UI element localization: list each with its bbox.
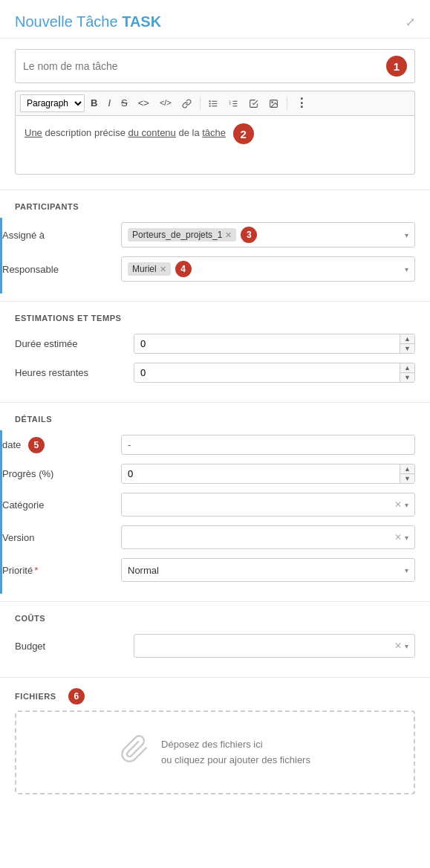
upload-line1: Déposez des fichiers ici: [161, 737, 310, 753]
category-select[interactable]: ✕ ▾: [121, 493, 415, 516]
couts-header: COÛTS: [0, 602, 430, 629]
progress-input-wrapper: ▲ ▼: [121, 464, 415, 484]
priority-value: Normal: [128, 565, 405, 576]
budget-select[interactable]: ✕ ▾: [134, 634, 415, 658]
responsible-remove[interactable]: ✕: [160, 265, 166, 274]
fichiers-badge: 6: [68, 688, 85, 705]
version-chevron: ▾: [405, 534, 408, 542]
priority-control: Normal ▾: [121, 558, 415, 582]
responsible-value: Muriel: [132, 264, 157, 274]
category-control: ✕ ▾: [121, 493, 415, 516]
estimations-form: Durée estimée ▲ ▼ Heures restantes ▲: [0, 329, 430, 395]
responsible-select[interactable]: Muriel ✕ 4 ▾: [121, 256, 415, 282]
assigned-remove[interactable]: ✕: [225, 230, 232, 240]
budget-chevron: ▾: [405, 642, 408, 650]
date-row: date 5: [2, 430, 415, 459]
duration-input[interactable]: [134, 334, 400, 353]
details-form: date 5 Progrès (%) ▲ ▼ Catégorie: [0, 430, 430, 594]
version-label: Version: [2, 532, 121, 543]
file-upload-area[interactable]: Déposez des fichiers ici ou cliquez pour…: [15, 710, 415, 794]
date-input[interactable]: [121, 435, 415, 455]
progress-label: Progrès (%): [2, 468, 121, 479]
priority-label: Priorité: [2, 565, 33, 576]
priority-chevron: ▾: [405, 566, 408, 574]
remaining-control: ▲ ▼: [134, 363, 415, 383]
file-upload-icon: [120, 734, 149, 771]
remaining-down[interactable]: ▼: [400, 373, 414, 382]
progress-input[interactable]: [122, 464, 400, 483]
priority-label-wrapper: Priorité*: [2, 565, 121, 576]
progress-spinners: ▲ ▼: [400, 464, 414, 483]
list-ol-button[interactable]: 1.2.: [224, 94, 243, 112]
image-button[interactable]: [264, 94, 283, 112]
assigned-label: Assigné à: [2, 230, 121, 241]
priority-required: *: [34, 565, 38, 576]
duration-control: ▲ ▼: [134, 334, 415, 354]
budget-label: Budget: [15, 641, 134, 652]
duration-label: Durée estimée: [15, 338, 134, 349]
assigned-arrows: ▾: [400, 231, 408, 239]
version-select[interactable]: ✕ ▾: [121, 525, 415, 549]
assigned-value: Porteurs_de_projets_1: [132, 230, 222, 240]
editor-section: Paragraph B I S <> </> 1.2.: [0, 91, 430, 182]
editor-toolbar: Paragraph B I S <> </> 1.2.: [15, 91, 415, 115]
assigned-control: Porteurs_de_projets_1 ✕ 3 ▾: [121, 222, 415, 247]
progress-up[interactable]: ▲: [400, 464, 414, 474]
participants-title: PARTICIPANTS: [15, 202, 79, 211]
task-name-input[interactable]: [23, 60, 380, 72]
budget-clear[interactable]: ✕: [394, 641, 402, 651]
progress-row: Progrès (%) ▲ ▼: [2, 459, 415, 488]
couts-form: Budget ✕ ▾: [0, 629, 430, 670]
toolbar-divider-2: [287, 97, 287, 110]
svg-point-12: [272, 101, 273, 103]
details-title: DÉTAILS: [15, 415, 52, 424]
paragraph-select[interactable]: Paragraph: [20, 94, 85, 112]
upload-line2: ou cliquez pour ajouter des fichiers: [161, 753, 310, 768]
remaining-row: Heures restantes ▲ ▼: [15, 358, 415, 387]
task-name-wrapper: 1: [15, 49, 415, 83]
duration-row: Durée estimée ▲ ▼: [15, 329, 415, 358]
remaining-input[interactable]: [134, 363, 400, 382]
responsible-label: Responsable: [2, 264, 121, 275]
priority-select[interactable]: Normal ▾: [121, 558, 415, 582]
inline-code-button[interactable]: </>: [155, 94, 176, 112]
duration-up[interactable]: ▲: [400, 334, 414, 344]
responsible-chevron: ▾: [405, 265, 408, 273]
bold-button[interactable]: B: [86, 94, 102, 112]
assigned-select[interactable]: Porteurs_de_projets_1 ✕ 3 ▾: [121, 222, 415, 247]
more-button[interactable]: ⋮: [291, 94, 312, 112]
progress-control: ▲ ▼: [121, 464, 415, 484]
toolbar-divider-1: [200, 97, 201, 110]
assigned-badge: 3: [241, 227, 257, 243]
date-label-wrapper: date 5: [2, 437, 121, 453]
estimations-header: ESTIMATIONS ET TEMPS: [0, 302, 430, 329]
budget-row: Budget ✕ ▾: [15, 629, 415, 662]
category-chevron: ▾: [405, 501, 408, 509]
remaining-up[interactable]: ▲: [400, 363, 414, 373]
assigned-chevron: ▾: [405, 231, 408, 239]
participants-header: PARTICIPANTS: [0, 190, 430, 218]
category-clear[interactable]: ✕: [394, 499, 402, 510]
file-upload-text: Déposez des fichiers ici ou cliquez pour…: [161, 737, 310, 768]
code-button[interactable]: <>: [134, 94, 154, 112]
remaining-input-wrapper: ▲ ▼: [134, 363, 415, 383]
italic-button[interactable]: I: [103, 94, 115, 112]
details-header: DÉTAILS: [0, 403, 430, 430]
responsible-row: Responsable Muriel ✕ 4 ▾: [2, 252, 415, 286]
text-tache: tâche: [202, 127, 226, 138]
link-button[interactable]: [177, 94, 196, 112]
strikethrough-button[interactable]: S: [117, 94, 132, 112]
duration-down[interactable]: ▼: [400, 344, 414, 353]
header: Nouvelle Tâche TASK ⤢: [0, 0, 430, 39]
editor-area[interactable]: Une description précise du contenu de la…: [15, 115, 415, 175]
version-clear[interactable]: ✕: [394, 532, 402, 542]
date-badge: 5: [28, 437, 45, 453]
checklist-button[interactable]: [244, 94, 263, 112]
title-prefix: Nouvelle Tâche: [15, 13, 122, 30]
expand-icon[interactable]: ⤢: [405, 15, 415, 29]
list-ul-button[interactable]: [204, 94, 223, 112]
duration-spinners: ▲ ▼: [400, 334, 414, 353]
progress-down[interactable]: ▼: [400, 474, 414, 483]
priority-row: Priorité* Normal ▾: [2, 554, 415, 586]
title-suffix: TASK: [122, 13, 161, 30]
